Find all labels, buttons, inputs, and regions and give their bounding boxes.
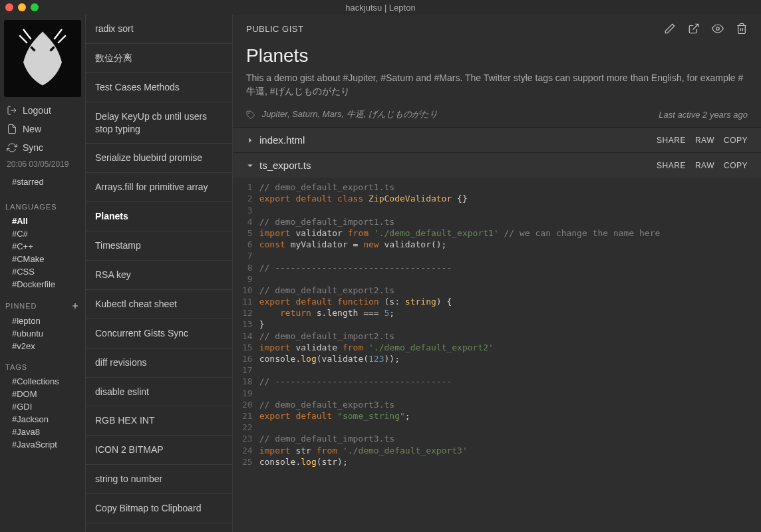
starred-filter[interactable]: #starred	[0, 172, 85, 192]
language-filter[interactable]: #CMake	[12, 253, 80, 265]
sync-button[interactable]: Sync	[0, 138, 85, 157]
pinned-filter[interactable]: #ubuntu	[12, 327, 80, 340]
language-filter[interactable]: #C#	[12, 227, 80, 240]
code-block: 1234567891011121314151617181920212223242…	[233, 178, 761, 532]
raw-button[interactable]: RAW	[695, 161, 714, 170]
gist-list-item[interactable]: Planets	[86, 202, 232, 231]
gist-list-item[interactable]: Test Cases Methods	[86, 73, 232, 102]
gist-list-item[interactable]: RSA key	[86, 261, 232, 290]
tag-icon	[246, 110, 255, 120]
file-row-ts-export[interactable]: ts_export.ts	[246, 160, 311, 171]
share-button[interactable]: SHARE	[657, 161, 686, 170]
new-label: New	[23, 124, 41, 134]
gist-list-item[interactable]: Copy Bitmap to Clipboard	[86, 494, 232, 523]
gist-list-item[interactable]: 数位分离	[86, 44, 232, 73]
edit-icon[interactable]	[664, 23, 676, 35]
copy-button[interactable]: COPY	[724, 161, 748, 170]
tag-filter[interactable]: #Jackson	[12, 413, 80, 426]
plus-icon[interactable]	[71, 301, 80, 311]
copy-button[interactable]: COPY	[724, 136, 748, 145]
last-active-label: Last active 2 years ago	[659, 110, 748, 120]
tag-filter[interactable]: #DOM	[12, 388, 80, 400]
visibility-label: PUBLIC GIST	[246, 24, 303, 34]
language-filter[interactable]: #All	[12, 215, 80, 227]
language-filter[interactable]: #Dockerfile	[12, 278, 80, 291]
gist-list-item[interactable]: Delay KeyUp cb until users stop typing	[86, 102, 232, 144]
gist-list-item[interactable]: disable eslint	[86, 378, 232, 407]
file-name: ts_export.ts	[259, 160, 311, 171]
logout-icon	[7, 105, 17, 116]
gist-list-item[interactable]: radix sort	[86, 15, 232, 44]
gist-list-item[interactable]: Arrays.fill for primitive array	[86, 173, 232, 202]
tag-filter[interactable]: #Java8	[12, 426, 80, 438]
sync-label: Sync	[23, 142, 43, 153]
gist-list-item[interactable]: RGB HEX INT	[86, 406, 232, 436]
sync-timestamp: 20:06 03/05/2019	[0, 157, 85, 172]
window-title: hackjutsu | Lepton	[0, 3, 761, 13]
gist-description: This a demo gist about #Jupiter, #Saturn…	[233, 69, 761, 102]
avatar[interactable]	[4, 20, 81, 97]
gist-list-item[interactable]: Concurrent Gists Sync	[86, 319, 232, 348]
new-button[interactable]: New	[0, 120, 85, 138]
raw-button[interactable]: RAW	[695, 136, 714, 145]
gist-list-item[interactable]: browser micro-lib	[86, 523, 232, 532]
tag-filter[interactable]: #GDI	[12, 400, 80, 413]
svg-point-2	[249, 112, 249, 113]
gist-list-item[interactable]: diff revisions	[86, 348, 232, 378]
code-lines: // demo_default_export1.tsexport default…	[259, 178, 661, 532]
share-button[interactable]: SHARE	[657, 136, 686, 145]
chevron-right-icon	[246, 136, 254, 144]
sidebar: Logout New Sync 20:06 03/05/2019 #starre…	[0, 15, 85, 532]
language-filter[interactable]: #C++	[12, 240, 80, 253]
trash-icon[interactable]	[736, 23, 748, 35]
tags-header: TAGS	[0, 352, 85, 375]
eye-icon[interactable]	[712, 23, 724, 35]
tag-filter[interactable]: #Collections	[12, 375, 80, 388]
gist-list-item[interactable]: Serialize bluebird promise	[86, 144, 232, 173]
gist-list-item[interactable]: ICON 2 BITMAP	[86, 436, 232, 465]
logout-button[interactable]: Logout	[0, 101, 85, 120]
gist-list: radix sort数位分离Test Cases MethodsDelay Ke…	[85, 15, 233, 532]
line-gutter: 1234567891011121314151617181920212223242…	[233, 178, 259, 532]
gist-list-item[interactable]: Timestamp	[86, 231, 232, 261]
file-row-index-html[interactable]: index.html	[246, 134, 305, 146]
gist-list-item[interactable]: Kubectl cheat sheet	[86, 290, 232, 319]
sync-icon	[7, 142, 17, 153]
gist-list-item[interactable]: string to number	[86, 465, 232, 494]
tag-filter[interactable]: #JavaScript	[12, 438, 80, 451]
gist-detail: PUBLIC GIST Planets This a demo gist abo…	[233, 15, 761, 532]
file-name: index.html	[259, 134, 305, 146]
pinned-filter[interactable]: #lepton	[12, 315, 80, 327]
logout-label: Logout	[23, 105, 51, 116]
gist-tags: Jupiter, Saturn, Mars, 牛逼, げんじものがたり	[246, 108, 438, 120]
languages-header: LANGUAGES	[0, 192, 85, 215]
language-filter[interactable]: #CSS	[12, 265, 80, 278]
pinned-filter[interactable]: #v2ex	[12, 340, 80, 352]
gist-title: Planets	[233, 39, 761, 69]
titlebar: hackjutsu | Lepton	[0, 0, 761, 15]
chevron-down-icon	[246, 162, 254, 170]
svg-point-1	[716, 27, 720, 31]
external-link-icon[interactable]	[688, 23, 700, 35]
pinned-header: PINNED	[0, 291, 85, 315]
file-icon	[7, 124, 17, 134]
